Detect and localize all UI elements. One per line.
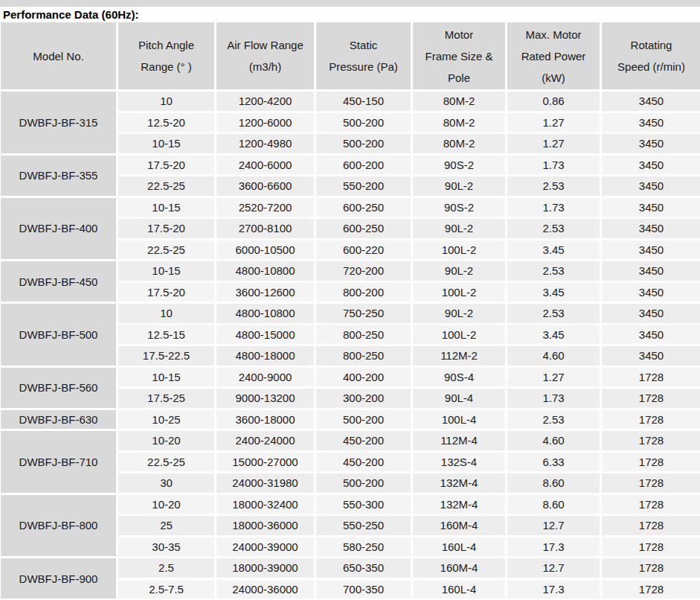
cell-motor-frame-size-pole: 160M-4 xyxy=(413,516,505,535)
header-line: (kW) xyxy=(507,67,600,89)
header-line: Pressure (Pa) xyxy=(316,56,411,77)
cell-air-flow-range: 18000-36000 xyxy=(216,516,314,535)
cell-air-flow-range: 3600-18000 xyxy=(216,410,314,430)
cell-pitch-angle-range: 10-20 xyxy=(118,431,214,450)
cell-static-pressure: 600-250 xyxy=(316,198,411,217)
cell-air-flow-range: 6000-10500 xyxy=(216,240,314,260)
cell-rotating-speed: 1728 xyxy=(602,537,700,557)
cell-max-motor-rated-power: 12.7 xyxy=(507,516,600,535)
cell-rotating-speed: 3450 xyxy=(602,325,700,345)
cell-air-flow-range: 4800-18000 xyxy=(216,346,314,366)
cell-motor-frame-size-pole: 90S-2 xyxy=(413,156,505,175)
table-row: DWBFJ-BF-35517.5-202400-6000600-20090S-2… xyxy=(1,156,700,175)
cell-pitch-angle-range: 30 xyxy=(118,473,214,493)
cell-max-motor-rated-power: 2.53 xyxy=(507,219,600,238)
cell-rotating-speed: 1728 xyxy=(602,495,700,514)
cell-max-motor-rated-power: 2.53 xyxy=(507,261,600,281)
header-line: Speed (r/min) xyxy=(602,56,700,77)
cell-rotating-speed: 1728 xyxy=(602,558,700,578)
cell-rotating-speed: 3450 xyxy=(602,156,700,175)
cell-static-pressure: 450-200 xyxy=(316,453,411,472)
model-cell: DWBFJ-BF-710 xyxy=(1,431,116,493)
cell-motor-frame-size-pole: 160L-4 xyxy=(413,580,505,599)
header-line: Air Flow Range xyxy=(216,34,314,56)
cell-rotating-speed: 3450 xyxy=(602,283,700,302)
cell-motor-frame-size-pole: 90L-4 xyxy=(413,389,505,408)
cell-air-flow-range: 2700-8100 xyxy=(216,219,314,238)
cell-max-motor-rated-power: 2.53 xyxy=(507,304,600,323)
cell-static-pressure: 650-350 xyxy=(316,558,411,578)
cell-air-flow-range: 2400-6000 xyxy=(216,156,314,175)
cell-air-flow-range: 1200-4200 xyxy=(216,92,314,111)
cell-motor-frame-size-pole: 100L-2 xyxy=(413,240,505,260)
cell-rotating-speed: 1728 xyxy=(602,431,700,450)
cell-air-flow-range: 9000-13200 xyxy=(216,389,314,408)
cell-max-motor-rated-power: 2.53 xyxy=(507,410,600,430)
cell-motor-frame-size-pole: 132S-4 xyxy=(413,453,505,472)
column-header-static-pressure: StaticPressure (Pa) xyxy=(316,22,411,89)
cell-pitch-angle-range: 17.5-20 xyxy=(118,219,214,238)
cell-rotating-speed: 3450 xyxy=(602,261,700,281)
cell-static-pressure: 550-300 xyxy=(316,495,411,514)
header-line: (m3/h) xyxy=(216,56,314,77)
cell-max-motor-rated-power: 1.27 xyxy=(507,113,600,133)
cell-motor-frame-size-pole: 80M-2 xyxy=(413,134,505,153)
cell-static-pressure: 600-220 xyxy=(316,240,411,260)
cell-motor-frame-size-pole: 112M-4 xyxy=(413,431,505,450)
table-body: DWBFJ-BF-315101200-4200450-15080M-20.863… xyxy=(1,92,700,599)
table-row: DWBFJ-BF-56010-152400-9000400-20090S-41.… xyxy=(1,368,700,387)
cell-motor-frame-size-pole: 112M-2 xyxy=(413,346,505,366)
cell-air-flow-range: 2400-9000 xyxy=(216,368,314,387)
model-cell: DWBFJ-BF-800 xyxy=(1,495,116,557)
cell-pitch-angle-range: 10-20 xyxy=(118,495,214,514)
cell-pitch-angle-range: 12.5-15 xyxy=(118,325,214,345)
cell-motor-frame-size-pole: 160M-4 xyxy=(413,558,505,578)
cell-air-flow-range: 3600-12600 xyxy=(216,283,314,302)
model-cell: DWBFJ-BF-560 xyxy=(1,368,116,408)
model-cell: DWBFJ-BF-500 xyxy=(1,304,116,366)
cell-static-pressure: 500-200 xyxy=(316,134,411,153)
cell-rotating-speed: 1728 xyxy=(602,389,700,408)
cell-motor-frame-size-pole: 132M-4 xyxy=(413,473,505,493)
cell-rotating-speed: 1728 xyxy=(602,516,700,535)
cell-pitch-angle-range: 2.5 xyxy=(118,558,214,578)
header-row: Model No.Pitch AngleRange (° )Air Flow R… xyxy=(1,22,700,89)
cell-rotating-speed: 1728 xyxy=(602,368,700,387)
cell-rotating-speed: 3450 xyxy=(602,198,700,217)
cell-rotating-speed: 3450 xyxy=(602,92,700,111)
cell-max-motor-rated-power: 1.73 xyxy=(507,156,600,175)
cell-static-pressure: 500-200 xyxy=(316,113,411,133)
model-cell: DWBFJ-BF-630 xyxy=(1,410,116,430)
cell-pitch-angle-range: 10-15 xyxy=(118,261,214,281)
cell-static-pressure: 500-200 xyxy=(316,473,411,493)
model-cell: DWBFJ-BF-315 xyxy=(1,92,116,153)
cell-rotating-speed: 3450 xyxy=(602,134,700,153)
cell-pitch-angle-range: 2.5-7.5 xyxy=(118,580,214,599)
cell-max-motor-rated-power: 8.60 xyxy=(507,473,600,493)
cell-static-pressure: 400-200 xyxy=(316,368,411,387)
cell-static-pressure: 800-250 xyxy=(316,346,411,366)
table-row: DWBFJ-BF-315101200-4200450-15080M-20.863… xyxy=(1,92,700,111)
cell-max-motor-rated-power: 1.27 xyxy=(507,134,600,153)
column-header-air-flow-range: Air Flow Range(m3/h) xyxy=(216,22,314,89)
cell-pitch-angle-range: 17.5-20 xyxy=(118,283,214,302)
cell-static-pressure: 500-200 xyxy=(316,410,411,430)
cell-air-flow-range: 24000-36000 xyxy=(216,580,314,599)
header-line: Static xyxy=(316,34,411,56)
page-title: Performance Data (60Hz): xyxy=(0,8,139,21)
cell-max-motor-rated-power: 2.53 xyxy=(507,176,600,196)
cell-air-flow-range: 1200-4980 xyxy=(216,134,314,153)
cell-rotating-speed: 3450 xyxy=(602,176,700,196)
cell-pitch-angle-range: 10 xyxy=(118,304,214,323)
cell-motor-frame-size-pole: 132M-4 xyxy=(413,495,505,514)
cell-rotating-speed: 1728 xyxy=(602,580,700,599)
column-header-motor-frame-size-pole: MotorFrame Size &Pole xyxy=(413,22,505,89)
cell-motor-frame-size-pole: 80M-2 xyxy=(413,92,505,111)
cell-rotating-speed: 3450 xyxy=(602,113,700,133)
cell-air-flow-range: 2400-24000 xyxy=(216,431,314,450)
cell-rotating-speed: 1728 xyxy=(602,473,700,493)
cell-max-motor-rated-power: 3.45 xyxy=(507,283,600,302)
cell-max-motor-rated-power: 3.45 xyxy=(507,325,600,345)
table-row: DWBFJ-BF-9002.518000-39000650-350160M-41… xyxy=(1,558,700,578)
cell-air-flow-range: 4800-15000 xyxy=(216,325,314,345)
